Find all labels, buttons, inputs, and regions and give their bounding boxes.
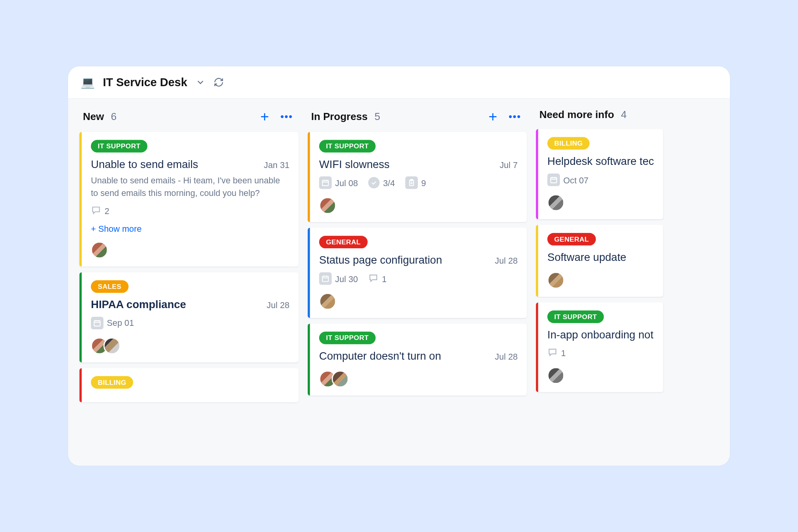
comment-icon: [91, 205, 101, 216]
clipboard-icon: [405, 176, 418, 189]
board-refresh[interactable]: [214, 77, 224, 87]
card-title: In-app onboarding not: [547, 329, 654, 342]
svg-rect-16: [550, 177, 556, 183]
kanban-card[interactable]: IT SUPPORT Unable to send emails Jan 31 …: [79, 132, 299, 266]
card-avatars: [547, 194, 654, 211]
card-description: Unable to send emails - Hi team, I've be…: [91, 174, 290, 199]
meta-value: 9: [421, 178, 426, 188]
card-meta-row: Jul 083/49: [319, 176, 518, 189]
column-more-button[interactable]: •••: [278, 111, 295, 122]
add-card-button[interactable]: +: [486, 109, 500, 124]
card-meta-calendar: Jul 08: [319, 176, 358, 189]
column-count: 5: [375, 111, 381, 122]
card-avatars: [91, 337, 290, 355]
kanban-card[interactable]: BILLING Helpdesk software tec Oct 07: [536, 129, 663, 219]
card-meta-row: 2: [91, 205, 290, 216]
avatar[interactable]: [332, 370, 349, 388]
card-title: Computer doesn't turn on: [319, 350, 441, 362]
kanban-card[interactable]: GENERAL Status page configuration Jul 28…: [308, 228, 527, 318]
column-name: Need more info: [539, 109, 614, 121]
card-avatars: [319, 370, 518, 388]
card-avatars: [91, 241, 290, 259]
refresh-icon: [214, 77, 224, 87]
kanban-card[interactable]: SALES HIPAA compliance Jul 28 Sep 01: [79, 272, 299, 362]
meta-value: Jul 08: [335, 178, 358, 188]
card-title-row: Computer doesn't turn on Jul 28: [319, 350, 518, 362]
avatar[interactable]: [547, 194, 565, 211]
meta-value: Oct 07: [563, 175, 589, 185]
kanban-column: New 6 + ••• IT SUPPORT Unable to send em…: [75, 99, 303, 464]
card-tag: IT SUPPORT: [319, 140, 376, 153]
card-tag: IT SUPPORT: [547, 310, 604, 323]
svg-rect-4: [322, 180, 328, 186]
card-date: Jul 28: [495, 256, 518, 266]
card-avatars: [319, 293, 518, 310]
card-meta-calendar: Jul 30: [319, 272, 358, 285]
column-header: New 6 + •••: [79, 99, 299, 132]
board-dropdown[interactable]: [195, 77, 205, 87]
avatar[interactable]: [319, 197, 336, 214]
card-date: Jul 7: [500, 160, 518, 170]
card-meta-comment: 2: [91, 205, 109, 216]
board-header: 💻 IT Service Desk: [68, 66, 730, 99]
card-title: Status page configuration: [319, 254, 442, 267]
column-cards: IT SUPPORT Unable to send emails Jan 31 …: [79, 132, 299, 402]
column-count: 6: [111, 111, 117, 122]
card-title-row: Status page configuration Jul 28: [319, 254, 518, 267]
card-title: Unable to send emails: [91, 158, 198, 171]
column-count: 4: [621, 109, 627, 121]
calendar-icon: [547, 174, 560, 186]
card-tag: GENERAL: [547, 233, 596, 246]
card-tag: BILLING: [91, 376, 133, 388]
card-meta-check: 3/4: [368, 177, 395, 188]
avatar[interactable]: [547, 367, 565, 384]
show-more-link[interactable]: + Show more: [91, 224, 290, 233]
card-title-row: In-app onboarding not: [547, 329, 654, 342]
column-cards: BILLING Helpdesk software tec Oct 07GENE…: [536, 129, 663, 392]
card-meta-row: 1: [547, 347, 654, 359]
kanban-card[interactable]: IT SUPPORT In-app onboarding not 1: [536, 303, 663, 392]
add-card-button[interactable]: +: [258, 109, 272, 124]
board-columns: New 6 + ••• IT SUPPORT Unable to send em…: [68, 99, 730, 464]
card-meta-calendar: Sep 01: [91, 316, 134, 329]
column-cards: IT SUPPORT WIFI slowness Jul 7 Jul 083/4…: [308, 132, 527, 395]
check-icon: [368, 177, 380, 188]
card-date: Jan 31: [264, 160, 289, 170]
card-avatars: [547, 272, 654, 289]
board-title: IT Service Desk: [103, 76, 187, 89]
meta-value: Jul 30: [335, 274, 358, 284]
card-title-row: WIFI slowness Jul 7: [319, 158, 518, 171]
card-title: WIFI slowness: [319, 158, 390, 171]
card-date: Jul 28: [495, 352, 518, 362]
svg-rect-0: [94, 320, 100, 326]
kanban-card[interactable]: GENERAL Software update: [536, 225, 663, 297]
card-title-row: Helpdesk software tec: [547, 155, 654, 168]
card-title: HIPAA compliance: [91, 298, 186, 311]
kanban-card[interactable]: IT SUPPORT Computer doesn't turn on Jul …: [308, 323, 527, 395]
card-meta-clipboard: 9: [405, 176, 426, 189]
kanban-card[interactable]: BILLING: [79, 368, 299, 402]
card-meta-row: Jul 301: [319, 272, 518, 285]
card-title-row: Software update: [547, 251, 654, 264]
avatar[interactable]: [319, 293, 336, 310]
kanban-card[interactable]: IT SUPPORT WIFI slowness Jul 7 Jul 083/4…: [308, 132, 527, 222]
avatar[interactable]: [103, 337, 121, 355]
board-emoji: 💻: [81, 76, 95, 89]
avatar[interactable]: [547, 272, 565, 289]
column-more-button[interactable]: •••: [506, 111, 523, 122]
card-date: Jul 28: [267, 300, 290, 310]
column-name: In Progress: [311, 111, 368, 122]
card-tag: IT SUPPORT: [91, 140, 148, 153]
card-meta-calendar: Oct 07: [547, 174, 589, 186]
comment-icon: [368, 273, 379, 284]
avatar[interactable]: [91, 241, 108, 259]
calendar-icon: [319, 272, 332, 285]
meta-value: 3/4: [383, 178, 395, 188]
comment-icon: [547, 347, 558, 359]
chevron-down-icon: [195, 77, 205, 87]
card-avatars: [547, 367, 654, 384]
card-avatars: [319, 197, 518, 214]
card-meta-row: Oct 07: [547, 174, 654, 186]
meta-value: 1: [561, 348, 566, 358]
card-tag: GENERAL: [319, 236, 368, 248]
